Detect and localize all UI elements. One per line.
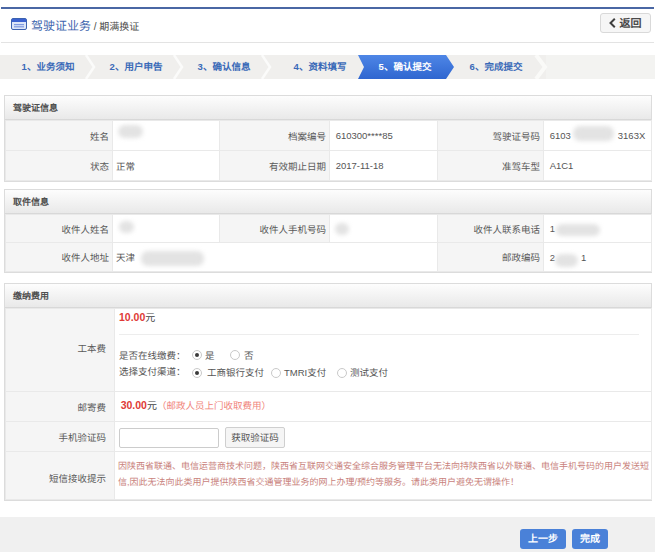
svg-text:2、用户申告: 2、用户申告	[110, 61, 163, 72]
svg-text:4、资料填写: 4、资料填写	[294, 61, 347, 72]
svg-text:5、确认提交: 5、确认提交	[379, 61, 432, 72]
svg-text:3、确认信息: 3、确认信息	[198, 61, 251, 72]
svg-text:6、完成提交: 6、完成提交	[470, 61, 523, 72]
svg-text:1、业务须知: 1、业务须知	[22, 61, 75, 72]
